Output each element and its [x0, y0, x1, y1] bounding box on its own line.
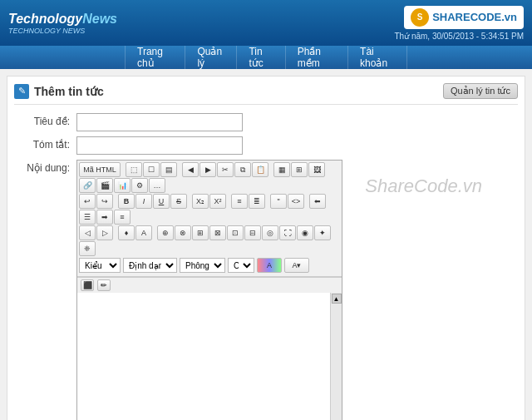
- tb-color-bg[interactable]: A: [257, 258, 282, 273]
- tb-btn-7[interactable]: ⧉: [234, 162, 251, 177]
- toolbar-row-2: ↩ ↪ B I U S X₂ X² ≡: [79, 194, 340, 225]
- style-select[interactable]: Kiểu: [79, 258, 121, 273]
- tb-ol[interactable]: ≡: [231, 194, 248, 209]
- nav-item-phanmem[interactable]: Phần mềm: [286, 46, 348, 69]
- tb-btn-11[interactable]: 🖼: [308, 162, 325, 177]
- tb-r3-15[interactable]: ❈: [79, 241, 96, 256]
- sharecode-badge: S SHARECODE.vn: [404, 6, 524, 29]
- nav-item-trangchu[interactable]: Trang chủ: [125, 46, 185, 69]
- form-row-noidung: Nội dung: Mã HTML ⬚ ☐ ▤: [14, 160, 518, 420]
- tb-strike[interactable]: S: [170, 194, 187, 209]
- tb-r3-6[interactable]: ⊗: [175, 225, 191, 240]
- font-select[interactable]: Phông: [180, 258, 225, 273]
- tb-r3-14[interactable]: ✦: [314, 225, 331, 240]
- statusbar-icon-2[interactable]: ✏: [97, 279, 111, 291]
- page-title: Thêm tin tức: [34, 85, 104, 98]
- toolbar-row-1: Mã HTML ⬚ ☐ ▤ ◀ ▶ ✂ ⧉ 📋: [79, 162, 340, 193]
- tomtat-input-wrap: [76, 136, 518, 155]
- tb-btn-3[interactable]: ▤: [160, 162, 177, 177]
- tb-btn-4[interactable]: ◀: [182, 162, 199, 177]
- tieude-label: Tiêu đề:: [14, 113, 76, 127]
- tb-sup[interactable]: X²: [209, 194, 226, 209]
- tb-btn-1[interactable]: ⬚: [126, 162, 142, 177]
- tb-color-fg[interactable]: A▾: [284, 258, 309, 273]
- form-row-tomtat: Tóm tắt:: [14, 136, 518, 155]
- editor-body-wrap: ▲: [77, 293, 342, 420]
- toolbar-row-4: Kiểu Định dạng Phông C...: [79, 257, 340, 274]
- tb-r3-13[interactable]: ◉: [297, 225, 313, 240]
- tieude-input-wrap: [76, 113, 518, 131]
- noidung-editor-wrap: Mã HTML ⬚ ☐ ▤ ◀ ▶ ✂ ⧉ 📋: [76, 160, 518, 420]
- tb-r3-1[interactable]: ◁: [79, 225, 96, 240]
- logo-title: TechnologyNews: [8, 12, 117, 27]
- tb-btn-5[interactable]: ▶: [200, 162, 216, 177]
- header-datetime: Thứ năm, 30/05/2013 - 5:34:51 PM: [394, 32, 524, 41]
- tb-r3-8[interactable]: ⊠: [209, 225, 226, 240]
- tb-html-btn[interactable]: Mã HTML: [79, 162, 121, 177]
- tb-r3-3[interactable]: ♦: [118, 225, 135, 240]
- tb-align-j[interactable]: ≡: [114, 210, 131, 225]
- tb-align-r[interactable]: ➡: [96, 210, 113, 225]
- tomtat-label: Tóm tắt:: [14, 136, 76, 151]
- editor-toolbar: Mã HTML ⬚ ☐ ▤ ◀ ▶ ✂ ⧉ 📋: [77, 161, 342, 277]
- tb-ul[interactable]: ≣: [249, 194, 265, 209]
- tb-r3-2[interactable]: ▷: [96, 225, 113, 240]
- logo-subtitle: TECHNOLOGY NEWS: [8, 27, 117, 35]
- noidung-label: Nội dung:: [14, 160, 76, 174]
- format-select[interactable]: Định dạng: [123, 258, 177, 273]
- page-title-area: Thêm tin tức: [14, 84, 104, 99]
- manage-button[interactable]: Quản lý tin tức: [443, 83, 518, 99]
- form: Tiêu đề: Tóm tắt: Nội dung:: [14, 113, 518, 420]
- content-area: Thêm tin tức Quản lý tin tức Tiêu đề: Tó…: [7, 76, 525, 420]
- tb-btn-16[interactable]: …: [149, 178, 165, 193]
- tb-blockquote[interactable]: ": [270, 194, 287, 209]
- tb-btn-10[interactable]: ⊞: [291, 162, 308, 177]
- tb-align-c[interactable]: ☰: [79, 210, 96, 225]
- toolbar-row-3: ◁ ▷ ♦ A ⊕ ⊗ ⊞ ⊠ ⊡ ⊟: [79, 225, 340, 256]
- scroll-up-arrow[interactable]: ▲: [332, 294, 342, 304]
- tb-code[interactable]: <>: [288, 194, 304, 209]
- tb-btn-15[interactable]: ⚙: [131, 178, 148, 193]
- tb-btn-2[interactable]: ☐: [143, 162, 160, 177]
- tb-r3-9[interactable]: ⊡: [227, 225, 244, 240]
- tb-r3-5[interactable]: ⊕: [157, 225, 174, 240]
- tb-r3-12[interactable]: ⛶: [279, 225, 296, 240]
- tb-bold[interactable]: B: [118, 194, 135, 209]
- tb-btn-9[interactable]: ▦: [273, 162, 290, 177]
- logo: TechnologyNews TECHNOLOGY NEWS: [8, 12, 117, 35]
- tb-r3-4[interactable]: A: [135, 225, 152, 240]
- tb-undo[interactable]: ↩: [79, 194, 96, 209]
- tb-btn-8[interactable]: 📋: [252, 162, 268, 177]
- page-header: Thêm tin tức Quản lý tin tức: [14, 83, 518, 105]
- tb-r3-7[interactable]: ⊞: [192, 225, 209, 240]
- tb-align-l[interactable]: ⬅: [309, 194, 326, 209]
- form-row-tieude: Tiêu đề:: [14, 113, 518, 131]
- tb-r3-11[interactable]: ◎: [262, 225, 278, 240]
- tb-btn-14[interactable]: 📊: [114, 178, 131, 193]
- sharecode-icon: S: [411, 8, 429, 27]
- tb-sub[interactable]: X₂: [192, 194, 209, 209]
- tb-btn-6[interactable]: ✂: [217, 162, 234, 177]
- tb-italic[interactable]: I: [135, 194, 152, 209]
- rich-editor: Mã HTML ⬚ ☐ ▤ ◀ ▶ ✂ ⧉ 📋: [76, 160, 342, 420]
- editor-scrollbar: ▲: [330, 293, 342, 420]
- nav-item-taikhoan[interactable]: Tài khoản: [348, 46, 407, 69]
- nav-item-quanly[interactable]: Quản lý: [185, 46, 237, 69]
- logo-tech: Technology: [8, 12, 82, 26]
- header: TechnologyNews TECHNOLOGY NEWS S SHARECO…: [0, 0, 532, 46]
- tb-btn-13[interactable]: 🎬: [96, 178, 113, 193]
- size-select[interactable]: C...: [228, 258, 254, 273]
- editor-statusbar: ⬛ ✏: [77, 277, 342, 293]
- tieude-input[interactable]: [76, 113, 243, 131]
- tb-redo[interactable]: ↪: [96, 194, 113, 209]
- sharecode-text: SHARECODE.vn: [432, 11, 517, 23]
- tb-underline[interactable]: U: [153, 194, 170, 209]
- statusbar-icon-1[interactable]: ⬛: [81, 279, 94, 291]
- nav-item-tintuc[interactable]: Tin tức: [237, 46, 285, 69]
- tb-btn-12[interactable]: 🔗: [79, 178, 96, 193]
- editor-body[interactable]: [77, 293, 342, 420]
- tb-r3-10[interactable]: ⊟: [244, 225, 261, 240]
- nav: Trang chủ Quản lý Tin tức Phần mềm Tài k…: [0, 46, 532, 69]
- header-right: S SHARECODE.vn Thứ năm, 30/05/2013 - 5:3…: [394, 6, 524, 41]
- tomtat-input[interactable]: [76, 136, 243, 155]
